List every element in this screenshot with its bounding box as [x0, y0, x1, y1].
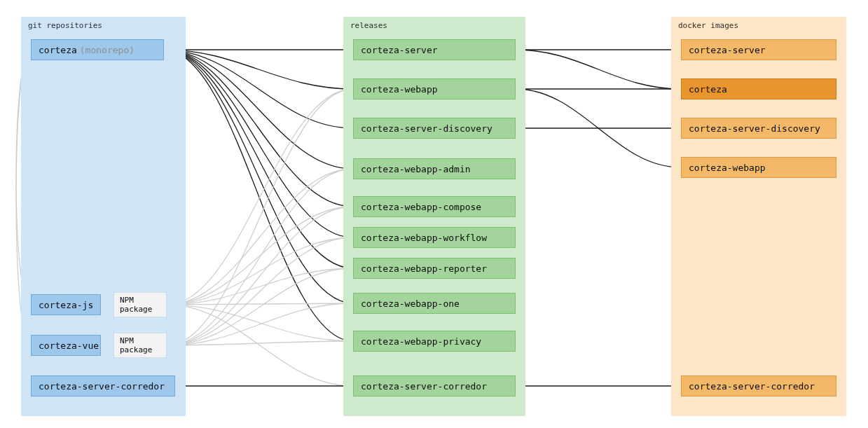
npm-package-js: NPM package [113, 292, 167, 317]
node-label: corteza-vue [39, 340, 99, 351]
cluster-docker: docker images [671, 17, 846, 416]
node-label: corteza-server-discovery [361, 123, 492, 134]
cluster-title-repos: git repositories [28, 21, 102, 30]
node-label: corteza-webapp-reporter [361, 263, 487, 274]
npm-label: NPM package [120, 336, 160, 354]
node-rel_webapp: corteza-webapp [353, 78, 516, 99]
node-label: corteza-webapp [689, 163, 766, 173]
node-dk_corteza: corteza [681, 78, 836, 99]
node-label: corteza [689, 84, 727, 95]
node-label: corteza-server [361, 45, 438, 55]
node-repo_js: corteza-js [31, 294, 101, 315]
node-sublabel: (monorepo) [80, 45, 135, 55]
node-rel_admin: corteza-webapp-admin [353, 158, 516, 179]
diagram-stage: git repositoriesreleasesdocker imagescor… [0, 0, 868, 428]
node-label: corteza-server-corredor [689, 381, 815, 392]
node-dk_webapp: corteza-webapp [681, 157, 836, 178]
cluster-title-docker: docker images [678, 21, 738, 30]
node-label: corteza-server-discovery [689, 123, 820, 134]
node-label: corteza-webapp-workflow [361, 233, 487, 243]
node-dk_discovery: corteza-server-discovery [681, 118, 836, 139]
node-rel_compose: corteza-webapp-compose [353, 196, 516, 217]
node-rel_server: corteza-server [353, 39, 516, 60]
node-label: corteza-webapp-compose [361, 202, 481, 212]
node-rel_workflow: corteza-webapp-workflow [353, 227, 516, 248]
node-label: corteza-js [39, 300, 93, 310]
node-repo_corredor: corteza-server-corredor [31, 375, 175, 396]
node-dk_server: corteza-server [681, 39, 836, 60]
node-label: corteza-server-corredor [361, 381, 487, 392]
node-rel_discovery: corteza-server-discovery [353, 118, 516, 139]
node-rel_corredor: corteza-server-corredor [353, 375, 516, 396]
node-rel_reporter: corteza-webapp-reporter [353, 258, 516, 279]
node-label: corteza [39, 45, 77, 55]
node-rel_one: corteza-webapp-one [353, 293, 516, 314]
node-rel_privacy: corteza-webapp-privacy [353, 331, 516, 352]
cluster-title-releases: releases [350, 21, 387, 30]
npm-package-vue: NPM package [113, 333, 167, 358]
npm-label: NPM package [120, 296, 160, 314]
node-label: corteza-webapp-admin [361, 164, 471, 174]
node-repo_vue: corteza-vue [31, 335, 101, 356]
node-label: corteza-server-corredor [39, 381, 165, 392]
node-dk_corredor: corteza-server-corredor [681, 375, 836, 396]
node-label: corteza-webapp [361, 84, 438, 95]
node-label: corteza-server [689, 45, 766, 55]
node-repo_corteza: corteza(monorepo) [31, 39, 164, 60]
node-label: corteza-webapp-one [361, 298, 460, 309]
node-label: corteza-webapp-privacy [361, 336, 481, 347]
